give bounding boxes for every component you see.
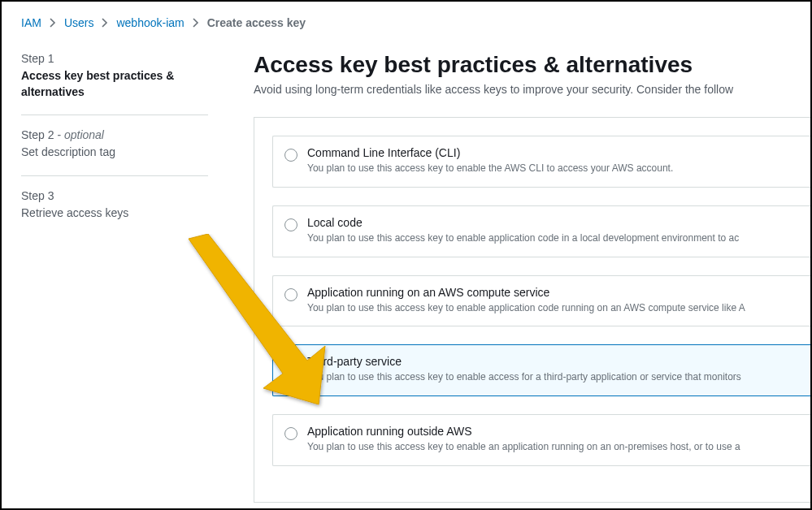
option-description: You plan to use this access key to enabl… xyxy=(307,231,799,245)
breadcrumb-current: Create access key xyxy=(207,16,306,29)
breadcrumb: IAM Users webhook-iam Create access key xyxy=(2,2,810,37)
breadcrumb-users[interactable]: Users xyxy=(64,16,94,29)
breadcrumb-iam[interactable]: IAM xyxy=(21,16,41,29)
option-title: Application running on an AWS compute se… xyxy=(307,286,799,299)
step-title: Retrieve access keys xyxy=(21,205,208,222)
option-title: Local code xyxy=(307,216,799,229)
chevron-right-icon xyxy=(50,18,56,28)
page-description: Avoid using long-term credentials like a… xyxy=(254,83,810,96)
main-content: Access key best practices & alternatives… xyxy=(231,52,810,503)
radio-icon[interactable] xyxy=(284,149,297,162)
step-label: Step 2 - optional xyxy=(21,128,208,141)
page-title: Access key best practices & alternatives xyxy=(254,52,810,78)
breadcrumb-webhook-iam[interactable]: webhook-iam xyxy=(116,16,184,29)
option-description: You plan to use this access key to enabl… xyxy=(307,162,799,175)
radio-icon[interactable] xyxy=(284,218,297,231)
chevron-right-icon xyxy=(102,18,108,28)
wizard-step-2[interactable]: Step 2 - optional Set description tag xyxy=(21,115,208,175)
option-title: Application running outside AWS xyxy=(307,425,799,438)
option-title: Command Line Interface (CLI) xyxy=(307,146,799,159)
option-description: You plan to use this access key to enabl… xyxy=(307,440,799,454)
chevron-right-icon xyxy=(193,18,199,28)
option-outside-aws[interactable]: Application running outside AWS You plan… xyxy=(272,414,810,466)
option-title: Third-party service xyxy=(307,355,799,368)
option-cli[interactable]: Command Line Interface (CLI) You plan to… xyxy=(272,136,810,188)
wizard-steps: Step 1 Access key best practices & alter… xyxy=(21,52,231,503)
radio-icon[interactable] xyxy=(284,357,297,370)
option-description: You plan to use this access key to enabl… xyxy=(307,301,799,315)
step-title: Set description tag xyxy=(21,145,208,161)
step-label: Step 3 xyxy=(21,189,208,202)
use-case-options: Command Line Interface (CLI) You plan to… xyxy=(254,117,810,503)
radio-icon[interactable] xyxy=(284,427,297,440)
wizard-step-1[interactable]: Step 1 Access key best practices & alter… xyxy=(21,52,208,115)
option-local-code[interactable]: Local code You plan to use this access k… xyxy=(272,205,810,257)
option-description: You plan to use this access key to enabl… xyxy=(307,370,799,384)
option-third-party[interactable]: Third-party service You plan to use this… xyxy=(272,344,810,396)
radio-icon[interactable] xyxy=(284,288,297,301)
step-label: Step 1 xyxy=(21,52,208,65)
option-aws-compute[interactable]: Application running on an AWS compute se… xyxy=(272,275,810,327)
wizard-step-3[interactable]: Step 3 Retrieve access keys xyxy=(21,175,208,236)
step-title: Access key best practices & alternatives xyxy=(21,68,208,100)
